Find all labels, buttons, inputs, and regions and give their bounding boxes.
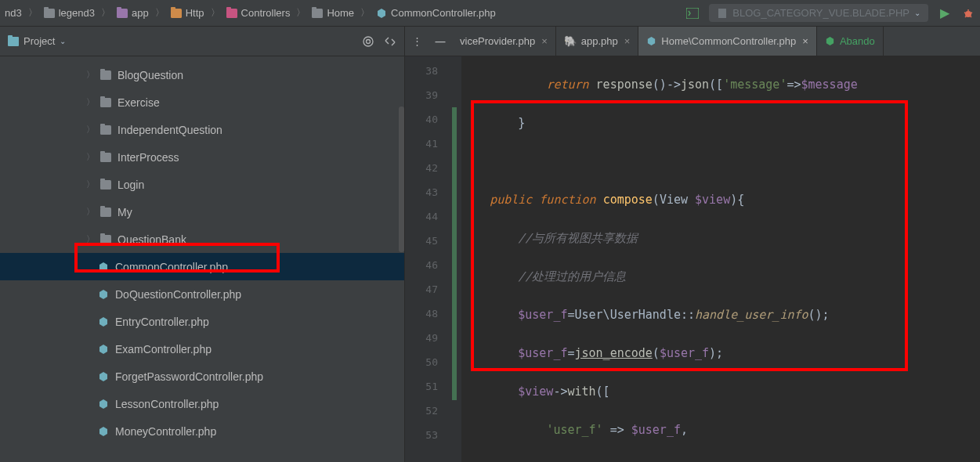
minus-icon[interactable]: — xyxy=(436,35,446,47)
line-number: 39 xyxy=(405,83,452,107)
php-icon xyxy=(98,316,109,327)
titlebar: nd3 〉 legend3 〉 app 〉 Http 〉 Controllers… xyxy=(0,0,980,27)
target-icon[interactable] xyxy=(362,35,374,48)
run-button[interactable]: ▶ xyxy=(936,5,953,22)
chevron-right-icon: 〉 xyxy=(25,6,41,20)
tree-label: InterProcess xyxy=(118,151,179,164)
php-icon xyxy=(98,344,109,355)
close-icon[interactable]: × xyxy=(541,35,548,47)
main-area: Project ⌄ 〉BlogQuestion 〉Exercise 〉Indep… xyxy=(0,27,980,462)
tree-folder[interactable]: 〉Login xyxy=(0,171,404,198)
tree-label: LessonController.php xyxy=(115,398,219,410)
chevron-right-icon: 〉 xyxy=(357,6,373,20)
line-number: 51 xyxy=(405,374,452,399)
folder-icon xyxy=(171,9,182,18)
folder-icon xyxy=(44,9,55,18)
chevron-right-icon: 〉 xyxy=(86,69,94,81)
code-editor[interactable]: 38 39 40 41 42 43 44 45 46 47 48 49 50 5… xyxy=(405,56,980,462)
folder-icon xyxy=(100,235,111,244)
run-config-selector[interactable]: BLOG_CATEGORY_VUE.BLADE.PHP ⌄ xyxy=(709,4,928,22)
sidebar-title[interactable]: Project ⌄ xyxy=(8,35,362,47)
tree-label: ExamController.php xyxy=(115,343,212,356)
chevron-right-icon: 〉 xyxy=(86,96,94,108)
tree-label: DoQuestionController.php xyxy=(115,288,241,301)
svg-point-4 xyxy=(367,39,371,43)
chevron-right-icon: 〉 xyxy=(86,124,94,135)
editor-tab[interactable]: Abando xyxy=(817,27,884,56)
folder-icon xyxy=(100,98,111,107)
bc-root[interactable]: nd3 xyxy=(5,7,22,19)
tree-file[interactable]: LessonController.php xyxy=(0,390,404,417)
project-icon xyxy=(8,37,19,46)
line-number: 44 xyxy=(405,204,452,229)
debug-button[interactable] xyxy=(960,5,977,22)
folder-icon xyxy=(100,208,111,217)
more-icon[interactable]: ⋮ xyxy=(412,35,422,47)
tree-file[interactable]: ForgetPasswordController.php xyxy=(0,363,404,390)
editor-tab-active[interactable]: Home\CommonController.php× xyxy=(638,27,817,56)
tree-label: Exercise xyxy=(118,96,160,109)
close-icon[interactable]: × xyxy=(624,35,631,47)
chevron-right-icon: 〉 xyxy=(152,6,168,20)
line-number: 38 xyxy=(405,59,452,83)
close-icon[interactable]: × xyxy=(802,35,808,47)
folder-icon xyxy=(100,180,111,189)
line-number: 47 xyxy=(405,277,452,301)
bc-item-active[interactable]: CommonController.php xyxy=(376,7,496,19)
project-tree[interactable]: 〉BlogQuestion 〉Exercise 〉IndependentQues… xyxy=(0,56,404,462)
tree-folder[interactable]: 〉BlogQuestion xyxy=(0,61,404,88)
svg-rect-1 xyxy=(718,9,726,18)
line-number: 53 xyxy=(405,423,452,447)
chevron-right-icon: 〉 xyxy=(86,151,94,163)
chevron-right-icon: 〉 xyxy=(86,233,94,245)
bc-item[interactable]: Http xyxy=(171,7,204,19)
editor-tab[interactable]: viceProvider.php× xyxy=(452,27,556,56)
scrollbar-thumb[interactable] xyxy=(399,106,404,252)
line-number: 42 xyxy=(405,156,452,180)
tree-label: ForgetPasswordController.php xyxy=(115,370,263,383)
chevron-right-icon: 〉 xyxy=(86,206,94,218)
project-sidebar: Project ⌄ 〉BlogQuestion 〉Exercise 〉Indep… xyxy=(0,27,405,462)
php-icon xyxy=(98,289,109,300)
line-number: 52 xyxy=(405,399,452,423)
line-number: 49 xyxy=(405,326,452,350)
tree-file[interactable]: MoneyController.php xyxy=(0,417,404,445)
tree-folder[interactable]: 〉IndependentQuestion xyxy=(0,116,404,143)
svg-point-3 xyxy=(363,37,373,46)
chevron-right-icon: 〉 xyxy=(208,6,223,20)
line-number: 40 xyxy=(405,107,452,132)
bc-item[interactable]: Controllers xyxy=(226,7,291,19)
tree-folder[interactable]: 〉InterProcess xyxy=(0,143,404,171)
folder-icon xyxy=(100,125,111,135)
code-content[interactable]: return response()->json(['message'=>$mes… xyxy=(461,56,980,462)
tree-file[interactable]: ExamController.php xyxy=(0,335,404,363)
tree-file[interactable]: EntryController.php xyxy=(0,308,404,335)
collapse-icon[interactable] xyxy=(384,35,396,48)
line-number: 46 xyxy=(405,253,452,277)
php-icon xyxy=(98,399,109,410)
chevron-right-icon: 〉 xyxy=(98,6,114,20)
bc-item[interactable]: legend3 xyxy=(44,7,95,19)
folder-icon xyxy=(100,70,111,80)
tree-folder[interactable]: 〉QuestionBank xyxy=(0,226,404,253)
folder-icon xyxy=(226,9,237,18)
tree-label: IndependentQuestion xyxy=(118,124,222,136)
tree-file[interactable]: DoQuestionController.php xyxy=(0,280,404,308)
terminal-icon[interactable] xyxy=(684,5,701,22)
chevron-down-icon: ⌄ xyxy=(60,37,66,45)
breadcrumb: nd3 〉 legend3 〉 app 〉 Http 〉 Controllers… xyxy=(0,6,681,20)
tree-file-selected[interactable]: CommonController.php xyxy=(0,253,404,280)
bc-item[interactable]: Home xyxy=(312,7,354,19)
bc-item[interactable]: app xyxy=(117,7,149,19)
editor-tab[interactable]: 🐘 app.php× xyxy=(556,27,639,56)
tree-label: My xyxy=(118,206,132,218)
php-icon xyxy=(646,36,656,46)
chevron-right-icon: 〉 xyxy=(293,6,309,20)
tree-folder[interactable]: 〉My xyxy=(0,198,404,226)
tree-folder[interactable]: 〉Exercise xyxy=(0,88,404,116)
folder-icon xyxy=(100,153,111,162)
change-marker xyxy=(452,56,461,462)
line-number: 45 xyxy=(405,229,452,253)
elephant-icon: 🐘 xyxy=(564,35,577,47)
tree-label: BlogQuestion xyxy=(118,69,183,81)
